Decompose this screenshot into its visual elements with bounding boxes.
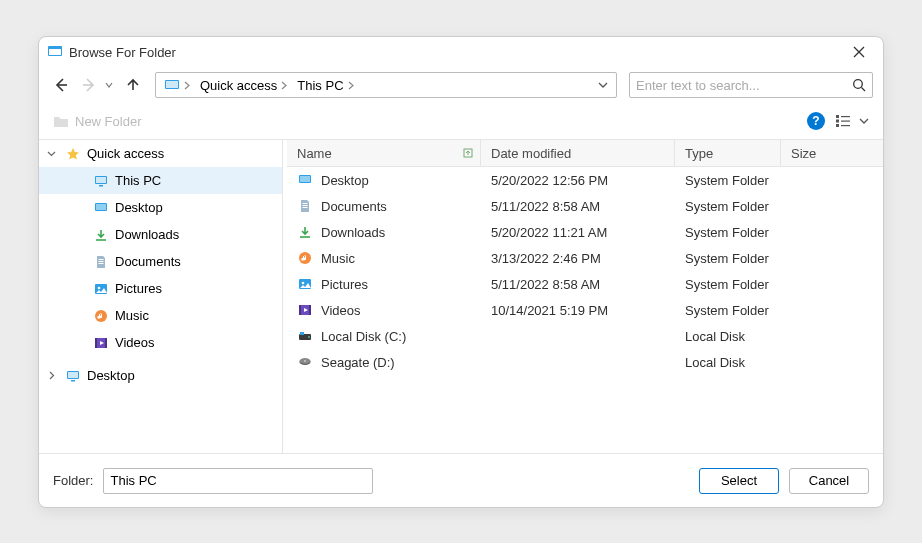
row-type: System Folder xyxy=(675,225,781,240)
dialog-title: Browse For Folder xyxy=(69,45,843,60)
desktop-icon xyxy=(297,172,313,188)
tree-item-pictures[interactable]: Pictures xyxy=(39,275,282,302)
list-row[interactable]: Music3/13/2022 2:46 PMSystem Folder xyxy=(287,245,883,271)
tree-item-videos[interactable]: Videos xyxy=(39,329,282,356)
title-bar: Browse For Folder xyxy=(39,37,883,67)
row-date: 5/11/2022 8:58 AM xyxy=(481,277,675,292)
tree-label: This PC xyxy=(115,173,161,188)
svg-rect-13 xyxy=(96,177,106,183)
list-row[interactable]: Desktop5/20/2022 12:56 PMSystem Folder xyxy=(287,167,883,193)
list-row[interactable]: Pictures5/11/2022 8:58 AMSystem Folder xyxy=(287,271,883,297)
history-dropdown[interactable] xyxy=(105,81,117,89)
row-date: 3/13/2022 2:46 PM xyxy=(481,251,675,266)
up-button[interactable] xyxy=(121,73,145,97)
back-button[interactable] xyxy=(49,73,73,97)
download-icon xyxy=(297,224,313,240)
svg-rect-17 xyxy=(99,259,104,260)
tree-item-desktop[interactable]: Desktop xyxy=(39,194,282,221)
search-bar[interactable] xyxy=(629,72,873,98)
svg-rect-6 xyxy=(836,115,839,118)
row-name: Downloads xyxy=(321,225,385,240)
svg-point-39 xyxy=(302,282,305,285)
row-type: System Folder xyxy=(675,303,781,318)
list-row[interactable]: Seagate (D:)Local Disk xyxy=(287,349,883,375)
svg-rect-19 xyxy=(99,263,104,264)
music-icon xyxy=(297,250,313,266)
help-button[interactable]: ? xyxy=(807,112,825,130)
search-icon[interactable] xyxy=(852,78,866,92)
row-date: 10/14/2021 5:19 PM xyxy=(481,303,675,318)
video-icon xyxy=(297,302,313,318)
picture-icon xyxy=(297,276,313,292)
row-name: Documents xyxy=(321,199,387,214)
view-mode-button[interactable] xyxy=(835,114,851,128)
breadcrumb-quick-access[interactable]: Quick access xyxy=(196,73,293,97)
tree-label: Pictures xyxy=(115,281,162,296)
dialog-footer: Folder: Select Cancel xyxy=(39,453,883,507)
list-row[interactable]: Downloads5/20/2022 11:21 AMSystem Folder xyxy=(287,219,883,245)
list-row[interactable]: Documents5/11/2022 8:58 AMSystem Folder xyxy=(287,193,883,219)
select-button[interactable]: Select xyxy=(699,468,779,494)
picture-icon xyxy=(93,281,109,297)
row-type: System Folder xyxy=(675,199,781,214)
view-mode-dropdown[interactable] xyxy=(859,116,869,126)
expand-icon[interactable] xyxy=(47,371,59,380)
forward-button[interactable] xyxy=(77,73,101,97)
row-name: Music xyxy=(321,251,355,266)
tree-label: Downloads xyxy=(115,227,179,242)
svg-point-48 xyxy=(304,360,306,361)
document-icon xyxy=(297,198,313,214)
tree-quick-access[interactable]: Quick access xyxy=(39,140,282,167)
svg-point-45 xyxy=(308,336,310,338)
svg-rect-44 xyxy=(300,332,304,335)
tree-item-downloads[interactable]: Downloads xyxy=(39,221,282,248)
cancel-button[interactable]: Cancel xyxy=(789,468,869,494)
folder-name-input[interactable] xyxy=(103,468,373,494)
tree-label: Videos xyxy=(115,335,155,350)
desktop-icon xyxy=(93,200,109,216)
star-icon xyxy=(65,146,81,162)
collapse-icon[interactable] xyxy=(47,149,59,158)
folder-tree[interactable]: Quick access This PCDesktopDownloadsDocu… xyxy=(39,140,283,453)
list-row[interactable]: Local Disk (C:)Local Disk xyxy=(287,323,883,349)
search-input[interactable] xyxy=(636,78,852,93)
tree-item-documents[interactable]: Documents xyxy=(39,248,282,275)
svg-rect-25 xyxy=(95,338,97,348)
row-name: Seagate (D:) xyxy=(321,355,395,370)
list-header: Name Date modified Type Size xyxy=(287,140,883,167)
address-dropdown[interactable] xyxy=(594,80,612,90)
row-name: Videos xyxy=(321,303,361,318)
column-name[interactable]: Name xyxy=(287,140,481,166)
music-icon xyxy=(93,308,109,324)
row-type: Local Disk xyxy=(675,355,781,370)
svg-rect-28 xyxy=(68,372,78,378)
document-icon xyxy=(93,254,109,270)
new-folder-button[interactable]: New Folder xyxy=(53,114,141,129)
file-list: Name Date modified Type Size Desktop5/20… xyxy=(287,140,883,453)
column-type[interactable]: Type xyxy=(675,140,781,166)
close-button[interactable] xyxy=(843,40,875,64)
tree-desktop-root[interactable]: Desktop xyxy=(39,362,282,389)
tree-item-this-pc[interactable]: This PC xyxy=(39,167,282,194)
column-size[interactable]: Size xyxy=(781,140,883,166)
tree-label: Desktop xyxy=(87,368,135,383)
column-date[interactable]: Date modified xyxy=(481,140,675,166)
tree-item-music[interactable]: Music xyxy=(39,302,282,329)
svg-rect-8 xyxy=(836,124,839,127)
list-row[interactable]: Videos10/14/2021 5:19 PMSystem Folder xyxy=(287,297,883,323)
svg-point-21 xyxy=(98,286,101,289)
address-bar[interactable]: Quick access This PC xyxy=(155,72,617,98)
svg-rect-16 xyxy=(96,204,106,210)
address-root-icon[interactable] xyxy=(160,73,196,97)
svg-rect-34 xyxy=(303,205,308,206)
tree-label: Desktop xyxy=(115,200,163,215)
breadcrumb-this-pc[interactable]: This PC xyxy=(293,73,359,97)
row-type: System Folder xyxy=(675,251,781,266)
svg-point-5 xyxy=(854,80,863,89)
row-type: System Folder xyxy=(675,173,781,188)
tree-label: Quick access xyxy=(87,146,164,161)
svg-rect-41 xyxy=(299,305,301,315)
row-date: 5/11/2022 8:58 AM xyxy=(481,199,675,214)
monitor-icon xyxy=(93,173,109,189)
list-rows[interactable]: Desktop5/20/2022 12:56 PMSystem FolderDo… xyxy=(287,167,883,453)
